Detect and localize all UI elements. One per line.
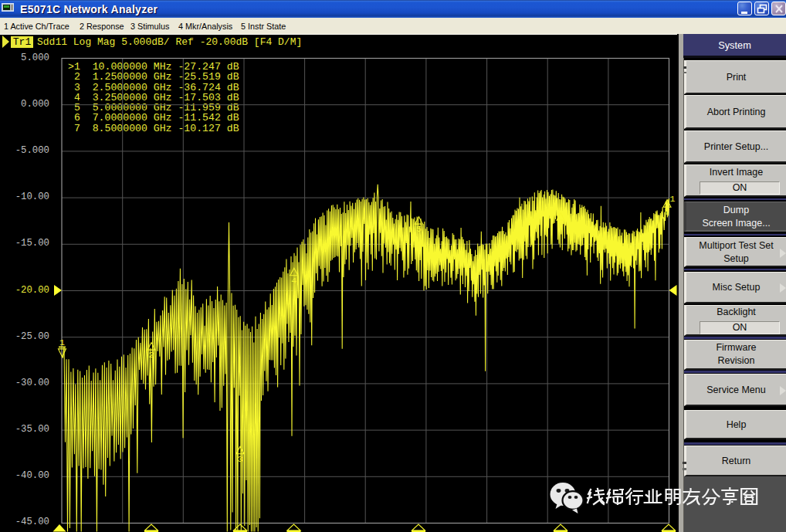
svg-text:4: 4 bbox=[291, 276, 296, 286]
svg-text:3: 3 bbox=[238, 454, 243, 464]
svg-text:2: 2 bbox=[149, 350, 154, 360]
svg-text:1: 1 bbox=[59, 337, 65, 347]
svg-text:6: 6 bbox=[558, 220, 564, 230]
svg-text:7: 7 bbox=[665, 207, 670, 217]
svg-text:1: 1 bbox=[670, 194, 676, 204]
svg-text:5: 5 bbox=[416, 224, 422, 234]
